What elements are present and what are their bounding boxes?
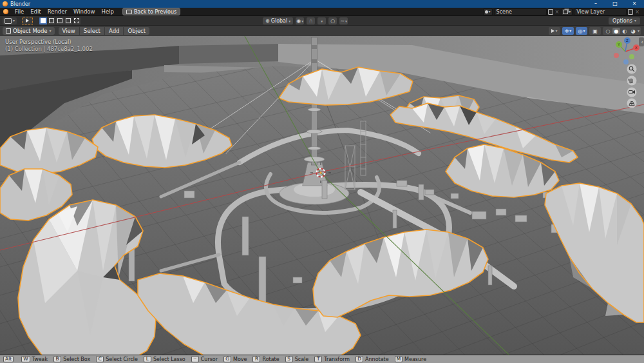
close-button[interactable]: × — [625, 0, 644, 8]
svg-text:Z: Z — [626, 39, 629, 43]
mode-selector[interactable]: Object Mode ▾ — [3, 27, 55, 35]
minimize-button[interactable]: – — [586, 0, 605, 8]
xray-toggle[interactable]: ▣ — [589, 27, 601, 35]
select-mode-group — [39, 17, 80, 25]
scene-type-dropdown[interactable]: ▾ — [483, 8, 493, 15]
shading-mode-group: ○ ● ◐ ◕ ▾ — [603, 27, 641, 35]
view-layer-icon — [563, 10, 568, 14]
snap-settings-dropdown[interactable]: ▾ — [317, 17, 326, 25]
axis-ball-z[interactable]: Z — [624, 37, 630, 44]
rendered-icon: ◕ — [630, 28, 635, 34]
status-hint: CSelect Circle — [96, 356, 138, 362]
svg-text:X: X — [635, 46, 638, 50]
gizmos-toggle[interactable]: ✛ ▾ — [562, 27, 574, 35]
status-hint: Alt — [3, 356, 15, 362]
pan-hand-button[interactable] — [627, 76, 637, 86]
keycap: S — [285, 356, 293, 362]
keycap: L — [144, 356, 151, 362]
overlays-toggle[interactable]: ◎ ▾ — [576, 27, 587, 35]
menu-help[interactable]: Help — [98, 8, 117, 16]
keycap: B — [53, 356, 61, 362]
status-hint: SScale — [285, 356, 309, 362]
menu-select[interactable]: Select — [80, 27, 104, 35]
shading-material-button[interactable]: ◐ — [621, 28, 629, 34]
sidebar-toggle[interactable]: ‹ — [639, 37, 644, 46]
status-bar: Alt WTweak BSelect Box CSelect Circle LS… — [0, 355, 644, 363]
gizmo-axes-icon: ✛ — [565, 28, 569, 34]
zoom-button[interactable] — [627, 64, 637, 74]
axis-ball-negative-z[interactable] — [623, 59, 629, 64]
options-dropdown[interactable]: Options ▾ — [609, 17, 640, 25]
maximize-button[interactable]: □ — [605, 0, 625, 8]
new-scene-icon[interactable] — [548, 9, 553, 15]
shading-dropdown[interactable]: ▾ — [638, 29, 639, 33]
camera-view-button[interactable] — [627, 88, 637, 97]
menu-add[interactable]: Add — [105, 27, 123, 35]
view-layer-selector[interactable]: View Layer — [574, 8, 627, 15]
shading-wireframe-button[interactable]: ○ — [604, 28, 612, 34]
select-mode-extend[interactable] — [48, 17, 55, 25]
axis-ball-negative-x[interactable] — [614, 53, 619, 58]
active-tool-button[interactable] — [22, 17, 33, 25]
axis-ball-negative-y[interactable] — [629, 54, 634, 59]
window-title: Blender — [10, 1, 30, 7]
back-to-previous-button[interactable]: Back to Previous — [122, 8, 180, 15]
scene-selector[interactable]: Scene — [494, 8, 547, 15]
material-preview-icon: ◐ — [622, 28, 627, 34]
keycap: C — [96, 356, 104, 362]
menu-file[interactable]: File — [12, 8, 27, 16]
app-menu-icon[interactable] — [3, 9, 8, 14]
select-mode-set[interactable] — [39, 17, 47, 25]
blender-window: Blender – □ × File Edit Render Window He… — [0, 0, 644, 363]
axis-ball-y[interactable]: Y — [616, 41, 622, 48]
solid-icon: ● — [614, 28, 618, 34]
blender-logo-icon — [3, 1, 8, 6]
editor-type-icon — [5, 18, 12, 24]
status-hint: LSelect Lasso — [144, 356, 185, 362]
menu-object[interactable]: Object — [124, 27, 149, 35]
view-layer-type-dropdown[interactable]: ▾ — [561, 8, 573, 15]
status-hint: WTweak — [21, 356, 48, 362]
overlays-icon: ◎ — [578, 28, 582, 34]
menu-view[interactable]: View — [59, 27, 79, 35]
menu-bar: File Edit Render Window Help Back to Pre… — [0, 8, 644, 16]
new-view-layer-icon[interactable] — [628, 9, 633, 15]
perspective-toggle-button[interactable] — [627, 99, 637, 108]
proportional-icon: ○ — [330, 18, 335, 24]
scene-icon — [485, 10, 488, 14]
menu-window[interactable]: Window — [70, 8, 99, 16]
menu-edit[interactable]: Edit — [27, 8, 44, 16]
keycap: ·· — [191, 356, 199, 362]
svg-text:Y: Y — [617, 43, 620, 46]
axis-ball-x[interactable]: X — [633, 44, 639, 51]
magnet-icon: ∩ — [309, 18, 313, 24]
status-hint: DAnnotate — [355, 356, 389, 362]
xray-icon: ▣ — [592, 28, 598, 34]
pivot-point-dropdown[interactable]: ◉ ▾ — [296, 17, 304, 25]
proportional-editing-toggle[interactable]: ○ — [328, 17, 337, 25]
workspace-icon — [126, 10, 132, 14]
snap-toggle[interactable]: ∩ — [307, 17, 315, 25]
keycap: W — [21, 356, 30, 362]
menu-render[interactable]: Render — [44, 8, 70, 16]
shading-rendered-button[interactable]: ◕ — [629, 28, 637, 34]
viewport-header: Object Mode ▾ View Select Add Object ▾ ✛… — [0, 26, 644, 36]
shading-solid-button[interactable]: ● — [612, 28, 620, 34]
pivot-icon: ◉ — [296, 18, 301, 24]
remove-view-layer-icon[interactable]: × — [634, 9, 640, 15]
select-mode-invert[interactable] — [64, 17, 72, 25]
show-gizmo-dropdown[interactable]: ▾ — [549, 27, 560, 35]
status-hint: GMove — [223, 356, 247, 362]
wireframe-icon: ○ — [605, 28, 610, 34]
editor-type-selector[interactable]: ▾ — [3, 17, 17, 25]
unlink-scene-icon[interactable]: × — [554, 9, 560, 15]
transform-orientation-dropdown[interactable]: ⊕ Global ▾ — [263, 17, 293, 25]
keycap: D — [355, 356, 363, 362]
viewport-3d[interactable]: X Y Z — [0, 36, 644, 355]
select-mode-subtract[interactable] — [56, 17, 64, 25]
object-mode-icon — [6, 28, 11, 34]
select-mode-intersect[interactable] — [73, 17, 80, 25]
proportional-falloff-dropdown[interactable]: ≈ ▾ — [339, 17, 348, 25]
title-bar: Blender – □ × — [0, 0, 644, 8]
viewport-canvas[interactable]: X Y Z — [0, 36, 644, 355]
